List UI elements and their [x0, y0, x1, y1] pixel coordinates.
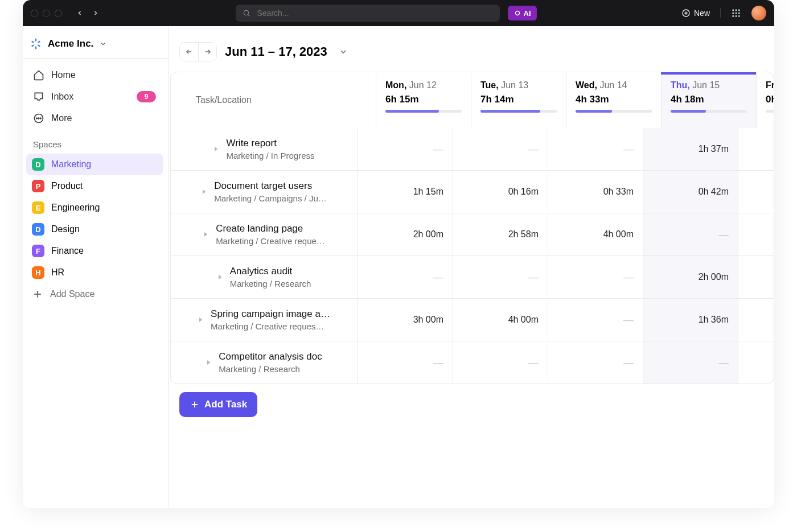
history-back-button[interactable] — [75, 8, 85, 18]
task-name: Competitor analysis doc — [219, 351, 322, 362]
minimize-window-icon[interactable] — [43, 10, 50, 17]
table-row: Document target users Marketing / Campai… — [171, 170, 774, 213]
sidebar-space-engineering[interactable]: E Engineering — [26, 197, 163, 218]
column-header-task: Task/Location — [171, 72, 376, 128]
time-cell[interactable]: 0h 16m — [453, 171, 548, 213]
time-cell[interactable]: — — [453, 341, 548, 383]
nav-home[interactable]: Home — [26, 64, 163, 86]
task-cell[interactable]: Create landing page Marketing / Creative… — [171, 213, 358, 255]
task-cell[interactable]: Analytics audit Marketing / Research — [171, 256, 358, 298]
sidebar-space-product[interactable]: P Product — [26, 175, 163, 197]
task-cell[interactable]: Spring campaign image a… Marketing / Cre… — [171, 299, 358, 341]
sidebar-space-finance[interactable]: F Finance — [26, 240, 163, 262]
sidebar-space-marketing[interactable]: D Marketing — [26, 154, 163, 175]
task-path: Marketing / Creative reque… — [216, 236, 325, 246]
time-cell[interactable]: — — [643, 213, 738, 255]
task-name: Document target users — [214, 180, 327, 192]
time-cell[interactable]: — — [548, 256, 643, 298]
space-label: HR — [51, 267, 64, 278]
time-cell[interactable]: — — [738, 171, 774, 213]
svg-line-19 — [32, 45, 34, 46]
time-cell[interactable]: — — [548, 341, 643, 383]
time-cell[interactable]: — — [643, 341, 738, 383]
nav-more[interactable]: More — [26, 108, 163, 129]
svg-marker-31 — [204, 232, 207, 237]
sidebar-space-design[interactable]: D Design — [26, 218, 163, 240]
time-cell[interactable]: 1h 37m — [643, 128, 738, 170]
workspace-logo-icon — [30, 38, 42, 50]
time-cell[interactable]: — — [738, 256, 774, 298]
time-cell[interactable]: — — [548, 128, 643, 170]
time-cell[interactable]: 4h 00m — [453, 299, 548, 341]
workspace-switcher[interactable]: Acme Inc. — [23, 31, 169, 59]
svg-point-24 — [40, 118, 42, 119]
time-cell[interactable]: — — [358, 128, 453, 170]
titlebar: AI New — [23, 0, 774, 26]
time-cell[interactable]: — — [738, 341, 774, 383]
date-picker-button[interactable] — [335, 44, 351, 60]
add-task-button[interactable]: Add Task — [179, 392, 257, 417]
task-name: Write report — [226, 138, 314, 149]
time-cell[interactable]: 0h 33m — [548, 171, 643, 213]
plus-icon — [190, 399, 200, 410]
sidebar-space-hr[interactable]: H HR — [26, 262, 163, 283]
task-path: Marketing / In Progress — [226, 151, 314, 160]
space-badge: H — [32, 266, 44, 279]
svg-point-10 — [736, 13, 737, 14]
time-cell[interactable]: 3h 00m — [358, 299, 453, 341]
sidebar: Acme Inc. Home Inbox 9 More Spaces D Mar… — [23, 26, 169, 508]
maximize-window-icon[interactable] — [55, 10, 62, 17]
time-cell[interactable]: — — [358, 256, 453, 298]
time-cell[interactable]: 1h 36m — [643, 299, 738, 341]
history-forward-button[interactable] — [91, 8, 101, 18]
svg-marker-34 — [207, 360, 210, 365]
prev-week-button[interactable] — [180, 43, 198, 61]
nav-inbox[interactable]: Inbox 9 — [26, 86, 163, 108]
svg-point-22 — [36, 118, 38, 119]
task-path: Marketing / Creative reques… — [211, 321, 330, 331]
close-window-icon[interactable] — [31, 10, 38, 17]
time-cell[interactable]: — — [548, 299, 643, 341]
task-cell[interactable]: Competitor analysis doc Marketing / Rese… — [171, 341, 358, 383]
more-icon — [33, 113, 44, 124]
time-cell[interactable]: — — [738, 299, 774, 341]
next-week-button[interactable] — [198, 43, 216, 61]
chevron-right-icon — [196, 315, 205, 324]
date-range: Jun 11 – 17, 2023 — [225, 44, 327, 59]
chevron-right-icon — [201, 230, 210, 239]
global-search[interactable] — [236, 5, 500, 22]
time-cell[interactable]: — — [453, 128, 548, 170]
svg-line-20 — [38, 41, 40, 42]
chevron-right-icon — [199, 187, 208, 196]
table-row: Competitor analysis doc Marketing / Rese… — [171, 341, 774, 383]
table-row: Spring campaign image a… Marketing / Cre… — [171, 298, 774, 341]
time-cell[interactable]: 4h 00m — [548, 213, 643, 255]
svg-line-17 — [32, 41, 34, 42]
chevron-right-icon — [215, 273, 224, 282]
task-cell[interactable]: Document target users Marketing / Campai… — [171, 171, 358, 213]
svg-line-18 — [38, 45, 40, 46]
time-cell[interactable]: 0h 42m — [643, 171, 738, 213]
column-header-day: Fri, Jun 16 0h — [756, 72, 774, 128]
inbox-badge: 9 — [137, 91, 156, 102]
space-label: Product — [51, 181, 83, 191]
time-cell[interactable]: 1h 15m — [358, 171, 453, 213]
ai-button[interactable]: AI — [508, 6, 537, 20]
time-cell[interactable]: 2h 00m — [643, 256, 738, 298]
time-cell[interactable]: — — [358, 341, 453, 383]
table-row: Analytics audit Marketing / Research———2… — [171, 255, 774, 298]
time-cell[interactable]: — — [738, 128, 774, 170]
time-cell[interactable]: — — [453, 256, 548, 298]
add-space-button[interactable]: Add Space — [26, 283, 163, 305]
apps-grid-icon[interactable] — [731, 8, 741, 18]
time-cell[interactable]: 2h 58m — [453, 213, 548, 255]
timesheet-table: Task/LocationMon, Jun 12 6h 15m Tue, Jun… — [170, 72, 774, 384]
avatar[interactable] — [751, 6, 766, 20]
time-cell[interactable]: 2h 00m — [358, 213, 453, 255]
search-input[interactable] — [256, 8, 493, 18]
week-nav — [179, 42, 217, 61]
task-cell[interactable]: Write report Marketing / In Progress — [171, 128, 358, 170]
space-badge: F — [32, 245, 44, 257]
new-button[interactable]: New — [681, 9, 710, 18]
time-cell[interactable]: — — [738, 213, 774, 255]
